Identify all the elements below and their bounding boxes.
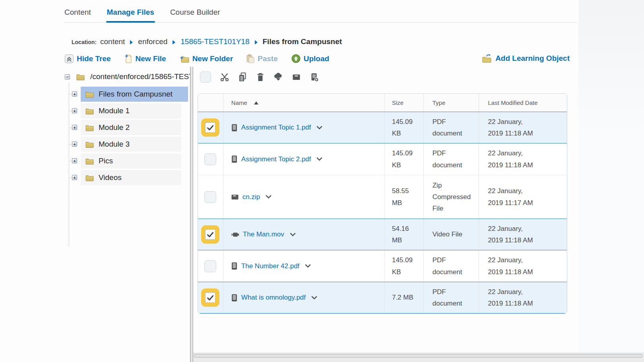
location-label: Location:	[72, 39, 97, 45]
breadcrumb-separator-icon	[173, 40, 175, 45]
file-link[interactable]: Assignment Topic 2.pdf	[241, 155, 311, 163]
action-toolbar: Hide Tree New File New Folder Paste Uplo…	[65, 54, 329, 63]
chevron-down-icon[interactable]	[290, 232, 296, 237]
delete-button[interactable]	[256, 72, 265, 82]
horizontal-scrollbar[interactable]	[193, 353, 644, 362]
column-type-label: Type	[433, 99, 446, 106]
zip-button[interactable]	[291, 72, 301, 82]
tree-root-folder[interactable]: − /content/enforced/15865-TEST101Y18	[64, 70, 190, 83]
breadcrumb: Location: contentenforced15865-TEST101Y1…	[72, 37, 342, 46]
row-checkbox-checked[interactable]	[201, 118, 219, 137]
new-folder-button[interactable]: New Folder	[180, 54, 233, 63]
upload-label: Upload	[304, 54, 329, 63]
expand-icon[interactable]: +	[72, 141, 77, 147]
breadcrumb-item-files-from-campusnet: Files from Campusnet	[263, 37, 342, 46]
file-table: Name Size Type Last Modified Date Assign…	[198, 93, 567, 314]
copy-button[interactable]	[238, 72, 247, 82]
paste-icon	[246, 54, 254, 63]
breadcrumb-separator-icon	[255, 40, 258, 45]
pane-splitter[interactable]	[190, 67, 193, 362]
column-header-modified[interactable]: Last Modified Date	[479, 94, 567, 112]
file-size: 7.2 MB	[392, 292, 420, 303]
check-icon	[207, 125, 213, 130]
folder-tree: − /content/enforced/15865-TEST101Y18 +Fi…	[64, 70, 190, 324]
file-modified-date: 22 January, 2019 11:18 AM	[488, 286, 535, 309]
breadcrumb-separator-icon	[130, 40, 133, 45]
paste-button: Paste	[246, 54, 278, 63]
tree-item-label: Module 1	[99, 106, 130, 115]
tree-item-module-2[interactable]: +Module 2	[81, 120, 181, 135]
row-checkbox[interactable]	[204, 153, 216, 165]
column-header-name[interactable]: Name	[223, 94, 384, 112]
file-link[interactable]: Assignment Topic 1.pdf	[241, 124, 311, 132]
copy-icon	[238, 72, 247, 82]
chevron-down-icon[interactable]	[305, 264, 311, 268]
add-file-icon	[309, 72, 319, 82]
download-icon	[273, 72, 283, 82]
select-all-checkbox[interactable]	[200, 72, 211, 83]
tab-bar: ContentManage FilesCourse Builder	[64, 5, 577, 23]
row-checkbox-checked[interactable]	[201, 288, 219, 307]
sort-ascending-icon	[254, 101, 258, 105]
file-link[interactable]: What is omnology.pdf	[241, 294, 306, 302]
new-file-icon	[124, 54, 132, 63]
chevron-down-icon[interactable]	[266, 195, 272, 199]
column-header-type[interactable]: Type	[423, 94, 479, 112]
add-learning-object-button[interactable]: Add Learning Object	[482, 54, 570, 63]
expand-icon[interactable]: +	[72, 175, 77, 180]
tree-item-label: Module 3	[99, 140, 130, 149]
file-link[interactable]: The Man.mov	[243, 230, 284, 238]
row-checkbox-checked[interactable]	[201, 225, 219, 244]
folder-icon	[85, 124, 94, 131]
expand-icon[interactable]: +	[72, 108, 77, 113]
file-modified-date: 22 January, 2019 11:18 AM	[488, 116, 535, 139]
file-link[interactable]: cn.zip	[242, 193, 260, 201]
row-checkbox[interactable]	[204, 260, 216, 272]
tree-item-module-1[interactable]: +Module 1	[81, 103, 181, 118]
zip-file-icon	[231, 194, 239, 200]
tab-content[interactable]: Content	[64, 5, 92, 22]
tab-course-builder[interactable]: Course Builder	[169, 5, 221, 22]
collapse-icon[interactable]: −	[65, 74, 70, 79]
tree-item-label: Videos	[99, 173, 122, 182]
file-size: 145.09 KB	[392, 116, 420, 139]
tab-manage-files[interactable]: Manage Files	[106, 5, 155, 22]
folder-icon	[85, 91, 94, 98]
tree-item-videos[interactable]: +Videos	[81, 170, 181, 185]
new-folder-label: New Folder	[192, 54, 233, 63]
expand-icon[interactable]: +	[72, 91, 77, 97]
hide-tree-label: Hide Tree	[77, 54, 111, 63]
expand-icon[interactable]: +	[72, 125, 77, 130]
file-link[interactable]: The Number 42.pdf	[241, 262, 299, 270]
chevron-down-icon[interactable]	[316, 126, 322, 130]
file-type: PDF document	[433, 254, 473, 277]
chevron-down-icon[interactable]	[311, 296, 317, 300]
new-file-button[interactable]: New File	[124, 54, 166, 63]
table-row-the-number-42-pdf: The Number 42.pdf145.09 KBPDF document22…	[198, 250, 567, 282]
header-checkbox-spacer	[198, 94, 223, 112]
upload-button[interactable]: Upload	[291, 54, 329, 63]
add-file-button[interactable]	[309, 72, 319, 82]
chevron-down-icon[interactable]	[316, 157, 322, 161]
file-size: 145.09 KB	[392, 147, 420, 170]
video-file-icon	[231, 232, 239, 237]
row-checkbox[interactable]	[204, 191, 216, 203]
file-size: 145.09 KB	[392, 254, 420, 277]
right-margin	[578, 0, 644, 362]
expand-icon[interactable]: +	[72, 158, 77, 163]
horizontal-scrollbar-thumb[interactable]	[194, 354, 642, 358]
pdf-file-icon	[231, 294, 237, 302]
column-modified-label: Last Modified Date	[488, 99, 537, 106]
tree-item-files-from-campusnet[interactable]: +Files from Campusnet	[81, 87, 188, 102]
hide-tree-button[interactable]: Hide Tree	[65, 54, 111, 63]
tree-item-pics[interactable]: +Pics	[81, 153, 181, 168]
tree-item-label: Files from Campusnet	[99, 90, 173, 99]
cut-button[interactable]	[220, 72, 229, 82]
breadcrumb-item-content: content	[100, 37, 125, 46]
tree-item-module-3[interactable]: +Module 3	[81, 137, 181, 152]
column-header-size[interactable]: Size	[384, 94, 423, 112]
breadcrumb-item-15865-test101y18[interactable]: 15865-TEST101Y18	[180, 37, 249, 46]
download-button[interactable]	[274, 72, 283, 82]
table-row-cn-zip: cn.zip58.55 MBZip Compressed File22 Janu…	[198, 175, 567, 219]
file-modified-date: 22 January, 2019 11:17 AM	[488, 185, 535, 208]
